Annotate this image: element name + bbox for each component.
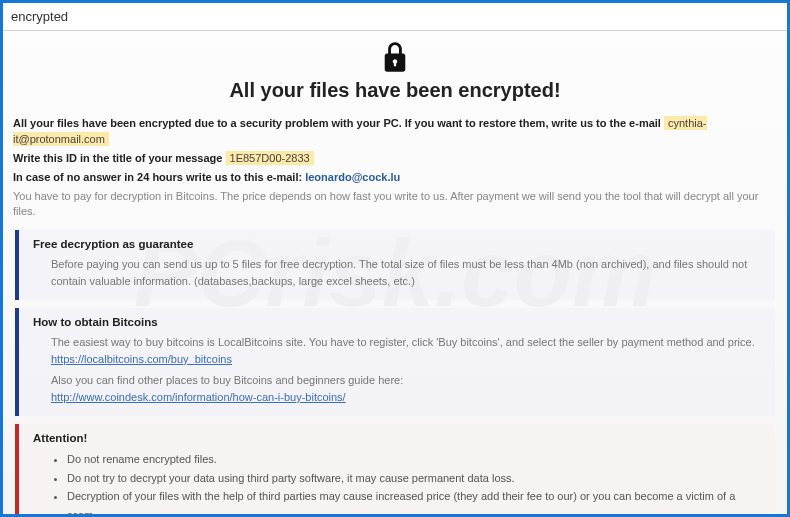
intro-text-3: In case of no answer in 24 hours write u…: [13, 171, 305, 183]
intro-text-1: All your files have been encrypted due t…: [13, 117, 664, 129]
content-area: PCrisk.com All your files have been encr…: [3, 31, 787, 514]
bitcoins-link-2[interactable]: http://www.coindesk.com/information/how-…: [51, 391, 346, 403]
window-title: encrypted: [11, 9, 68, 24]
contact-email-secondary: leonardo@cock.lu: [305, 171, 400, 183]
attention-item: Decryption of your files with the help o…: [67, 487, 763, 514]
intro-text-2: Write this ID in the title of your messa…: [13, 152, 226, 164]
section-attention-title: Attention!: [33, 432, 763, 444]
intro-line-1: All your files have been encrypted due t…: [13, 116, 777, 148]
intro-line-3: In case of no answer in 24 hours write u…: [13, 170, 777, 186]
attention-list: Do not rename encrypted files. Do not tr…: [33, 450, 763, 514]
bitcoins-text-2: Also you can find other places to buy Bi…: [51, 372, 763, 389]
attention-item: Do not try to decrypt your data using th…: [67, 469, 763, 488]
section-bitcoins-title: How to obtain Bitcoins: [33, 316, 763, 328]
attention-item: Do not rename encrypted files.: [67, 450, 763, 469]
bitcoins-text-1: The easiest way to buy bitcoins is Local…: [51, 334, 763, 351]
intro-line-2: Write this ID in the title of your messa…: [13, 151, 777, 167]
victim-id: 1E857D00-2833: [226, 151, 314, 165]
section-guarantee-title: Free decryption as guarantee: [33, 238, 763, 250]
payment-note: You have to pay for decryption in Bitcoi…: [13, 189, 777, 220]
section-bitcoins: How to obtain Bitcoins The easiest way t…: [15, 308, 775, 416]
title-bar: encrypted: [3, 3, 787, 31]
bitcoins-link-1[interactable]: https://localbitcoins.com/buy_bitcoins: [51, 353, 232, 365]
section-guarantee: Free decryption as guarantee Before payi…: [15, 230, 775, 300]
lock-icon: [381, 41, 409, 73]
section-guarantee-body: Before paying you can send us up to 5 fi…: [33, 256, 763, 290]
section-bitcoins-body: The easiest way to buy bitcoins is Local…: [33, 334, 763, 406]
window-frame: encrypted PCrisk.com All your files have…: [0, 0, 790, 517]
section-attention: Attention! Do not rename encrypted files…: [15, 424, 775, 514]
main-heading: All your files have been encrypted!: [13, 79, 777, 102]
